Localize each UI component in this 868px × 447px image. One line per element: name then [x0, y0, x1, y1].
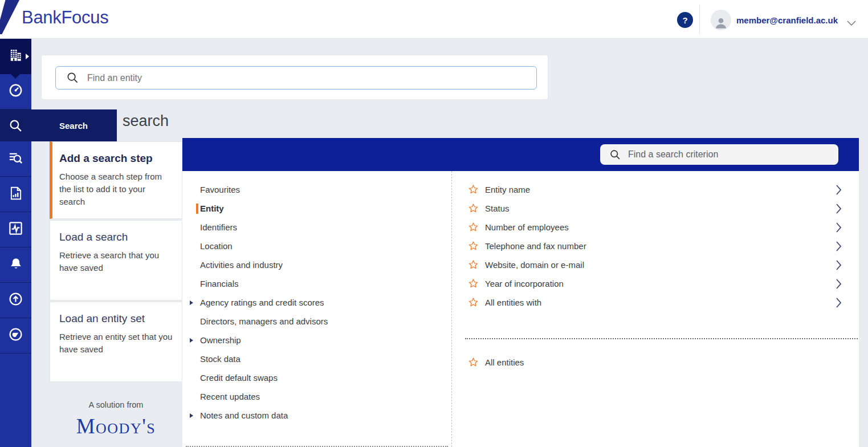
building-icon — [9, 48, 23, 65]
category-item[interactable]: Recent updates — [182, 387, 451, 406]
sidebar-item[interactable] — [0, 177, 31, 212]
sidebar-item[interactable] — [0, 74, 31, 109]
favourite-star-icon[interactable] — [468, 298, 478, 307]
flyout-card[interactable]: Load a search Retrieve a search that you… — [50, 220, 182, 300]
category-item[interactable]: Notes and custom data — [182, 406, 451, 425]
alerts-icon — [9, 257, 23, 274]
category-label: Directors, managers and advisors — [200, 316, 328, 326]
sidebar-item[interactable] — [0, 39, 31, 74]
moodys-logo: Moody's — [50, 414, 182, 438]
criteria-panel-header: Find a search criterion — [182, 138, 859, 171]
export-icon — [8, 291, 23, 309]
criterion-item[interactable]: Status — [452, 199, 859, 218]
criterion-item[interactable]: Website, domain or e-mail — [452, 255, 859, 274]
flyout-card-description: Choose a search step from the list to ad… — [59, 170, 173, 208]
flyout-card-title: Add a search step — [59, 152, 173, 165]
criterion-item[interactable]: All entities with — [452, 293, 859, 312]
help-button[interactable]: ? — [677, 12, 693, 28]
user-email[interactable]: member@cranfield.ac.uk — [736, 15, 838, 25]
favourite-star-icon[interactable] — [468, 222, 478, 232]
expand-triangle-icon[interactable] — [190, 338, 193, 343]
chevron-right-icon[interactable] — [836, 260, 842, 272]
avatar[interactable] — [711, 10, 731, 30]
active-section-notch — [10, 74, 21, 79]
help-label: ? — [682, 15, 687, 25]
criterion-item[interactable]: Year of incorporation — [452, 274, 859, 293]
chevron-right-icon[interactable] — [836, 241, 842, 253]
chevron-right-icon[interactable] — [836, 185, 842, 197]
chevron-right-icon[interactable] — [836, 204, 842, 216]
entity-search-placeholder: Find an entity — [87, 73, 142, 83]
sidebar — [0, 39, 31, 447]
category-label: Activities and industry — [200, 260, 283, 270]
bankfocus-app: BankFocus ? member@cranfield.ac.uk — [0, 0, 868, 447]
criterion-item[interactable]: All entities — [452, 353, 859, 372]
sidebar-item[interactable] — [0, 212, 31, 247]
sidebar-item[interactable] — [0, 318, 31, 353]
category-item[interactable]: Agency ratings and credit scores — [182, 293, 451, 312]
dashboard-icon — [8, 83, 23, 100]
flyout-card-description: Retrieve an entity set that you have sav… — [59, 331, 173, 356]
brand-logo: BankFocus — [22, 7, 108, 28]
category-item[interactable]: Favourites — [182, 180, 451, 199]
flyout-card[interactable]: Add a search step Choose a search step f… — [50, 141, 182, 219]
criterion-label: Status — [485, 204, 510, 213]
expand-triangle-icon[interactable] — [190, 300, 193, 305]
criterion-label: Telephone and fax number — [485, 241, 586, 251]
favourite-star-icon[interactable] — [468, 279, 478, 288]
expand-triangle-icon[interactable] — [190, 413, 193, 418]
criterion-label: Website, domain or e-mail — [485, 260, 584, 270]
chevron-right-icon[interactable] — [836, 222, 842, 234]
sidebar-item-search[interactable]: Search — [0, 109, 117, 141]
search-flyout-label: Search — [59, 121, 88, 131]
top-header: BankFocus ? member@cranfield.ac.uk — [0, 0, 868, 39]
header-divider — [699, 5, 700, 34]
category-item[interactable]: Entity — [182, 199, 451, 218]
favourite-star-icon[interactable] — [468, 241, 478, 251]
search-icon — [66, 71, 79, 84]
category-label: Favourites — [200, 185, 240, 194]
criterion-search-input[interactable]: Find a search criterion — [600, 144, 838, 165]
criterion-label: Entity name — [485, 185, 530, 194]
brand-slash-mark — [0, 0, 19, 34]
criterion-label: Year of incorporation — [485, 279, 564, 288]
chevron-down-icon[interactable] — [847, 18, 856, 28]
category-label: Stock data — [200, 354, 241, 364]
entity-search-input[interactable]: Find an entity — [55, 66, 537, 90]
criterion-item[interactable]: Telephone and fax number — [452, 237, 859, 255]
favourite-star-icon[interactable] — [468, 357, 478, 367]
criterion-item[interactable]: Number of employees — [452, 218, 859, 237]
chevron-right-icon[interactable] — [836, 279, 842, 291]
selected-marker — [196, 204, 198, 214]
sidebar-item[interactable] — [0, 247, 31, 283]
sidebar-item[interactable] — [0, 141, 31, 177]
category-label: Financials — [200, 279, 239, 288]
solution-tagline: A solution from — [50, 400, 182, 409]
search-flyout: Add a search step Choose a search step f… — [50, 141, 182, 438]
category-item[interactable]: Ownership — [182, 331, 451, 350]
criterion-item[interactable]: Entity name — [452, 180, 859, 199]
chevron-right-icon[interactable] — [836, 298, 842, 310]
category-item[interactable]: Directors, managers and advisors — [182, 312, 451, 331]
activity-icon — [8, 221, 23, 238]
criterion-search-placeholder: Find a search criterion — [628, 149, 718, 160]
category-item[interactable]: Financials — [182, 274, 451, 293]
dotted-divider — [465, 338, 858, 339]
flyout-card-title: Load a search — [59, 231, 173, 243]
flyout-card[interactable]: Load an entity set Retrieve an entity se… — [50, 302, 182, 382]
favourite-star-icon[interactable] — [468, 260, 478, 270]
category-item[interactable]: Identifiers — [182, 218, 451, 237]
category-label: Credit default swaps — [200, 373, 278, 383]
advanced-search-icon — [8, 150, 23, 168]
category-item[interactable]: Activities and industry — [182, 255, 451, 274]
category-item[interactable]: Location — [182, 237, 451, 255]
category-label: Location — [200, 241, 233, 251]
favourite-star-icon[interactable] — [468, 185, 478, 194]
criterion-list: Entity name Status Number of employees — [452, 171, 859, 447]
favourite-star-icon[interactable] — [468, 204, 478, 213]
flyout-card-title: Load an entity set — [59, 312, 173, 325]
sidebar-item[interactable] — [0, 283, 31, 318]
category-item[interactable]: Credit default swaps — [182, 368, 451, 387]
category-item[interactable]: Stock data — [182, 350, 451, 368]
person-icon — [714, 15, 728, 30]
